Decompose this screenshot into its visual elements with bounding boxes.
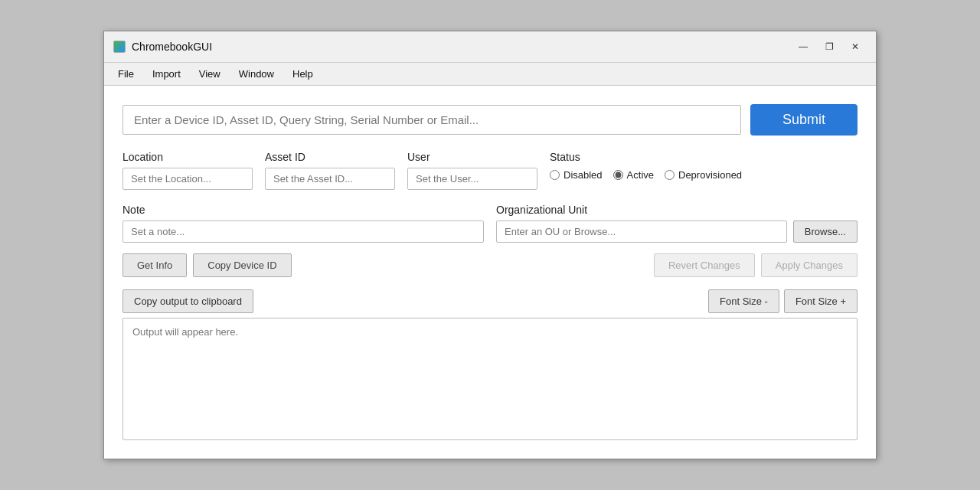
assetid-label: Asset ID <box>265 151 395 163</box>
status-active-radio[interactable] <box>613 170 623 180</box>
status-disabled-radio[interactable] <box>550 170 560 180</box>
actions-right: Revert Changes Apply Changes <box>654 253 858 277</box>
maximize-button[interactable]: ❐ <box>818 38 841 56</box>
fields-row: Location Asset ID User Status Disabled <box>122 151 858 190</box>
location-label: Location <box>122 151 253 163</box>
note-label: Note <box>122 204 484 216</box>
search-input[interactable] <box>122 105 741 135</box>
status-disabled-label: Disabled <box>564 169 603 181</box>
status-deprovisioned-radio[interactable] <box>665 170 675 180</box>
actions-row: Get Info Copy Device ID Revert Changes A… <box>122 253 858 277</box>
status-radios: Disabled Active Deprovisioned <box>550 169 858 181</box>
assetid-input[interactable] <box>265 168 395 190</box>
ou-row: Browse... <box>496 220 858 243</box>
minimize-button[interactable]: — <box>792 38 815 56</box>
search-row: Submit <box>122 104 858 136</box>
main-window: ChromebookGUI — ❐ ✕ File Import View Win… <box>103 31 877 459</box>
revert-changes-button[interactable]: Revert Changes <box>654 253 755 277</box>
menu-help[interactable]: Help <box>285 66 321 82</box>
ou-label: Organizational Unit <box>496 204 858 216</box>
menu-window[interactable]: Window <box>231 66 282 82</box>
title-bar-controls: — ❐ ✕ <box>792 38 867 56</box>
status-label: Status <box>550 151 858 163</box>
user-group: User <box>407 151 537 190</box>
note-input[interactable] <box>122 220 484 243</box>
status-active-option[interactable]: Active <box>613 169 654 181</box>
user-input[interactable] <box>407 168 537 190</box>
menu-import[interactable]: Import <box>145 66 188 82</box>
font-size-buttons: Font Size - Font Size + <box>708 289 858 313</box>
get-info-button[interactable]: Get Info <box>122 253 187 277</box>
title-bar: ChromebookGUI — ❐ ✕ <box>104 31 876 63</box>
note-ou-row: Note Organizational Unit Browse... <box>122 204 858 243</box>
assetid-group: Asset ID <box>265 151 395 190</box>
title-bar-left: ChromebookGUI <box>113 41 212 53</box>
location-input[interactable] <box>122 168 253 190</box>
status-deprovisioned-option[interactable]: Deprovisioned <box>665 169 742 181</box>
output-toolbar: Copy output to clipboard Font Size - Fon… <box>122 289 858 313</box>
apply-changes-button[interactable]: Apply Changes <box>761 253 858 277</box>
menu-view[interactable]: View <box>191 66 228 82</box>
copy-clipboard-button[interactable]: Copy output to clipboard <box>122 289 253 313</box>
location-group: Location <box>122 151 253 190</box>
status-disabled-option[interactable]: Disabled <box>550 169 603 181</box>
copy-device-id-button[interactable]: Copy Device ID <box>193 253 291 277</box>
status-active-label: Active <box>627 169 654 181</box>
menu-bar: File Import View Window Help <box>104 63 876 86</box>
ou-input[interactable] <box>496 220 787 243</box>
font-size-minus-button[interactable]: Font Size - <box>708 289 779 313</box>
user-label: User <box>407 151 537 163</box>
ou-group: Organizational Unit Browse... <box>496 204 858 243</box>
menu-file[interactable]: File <box>110 66 142 82</box>
status-deprovisioned-label: Deprovisioned <box>678 169 742 181</box>
note-group: Note <box>122 204 484 243</box>
window-title: ChromebookGUI <box>132 41 212 53</box>
browse-button[interactable]: Browse... <box>793 220 858 243</box>
output-area[interactable] <box>122 318 858 440</box>
actions-left: Get Info Copy Device ID <box>122 253 292 277</box>
app-icon <box>113 41 126 53</box>
font-size-plus-button[interactable]: Font Size + <box>784 289 858 313</box>
submit-button[interactable]: Submit <box>750 104 858 136</box>
status-group: Status Disabled Active Deprovisioned <box>550 151 858 181</box>
content-area: Submit Location Asset ID User Status <box>104 86 876 459</box>
close-button[interactable]: ✕ <box>844 38 867 56</box>
